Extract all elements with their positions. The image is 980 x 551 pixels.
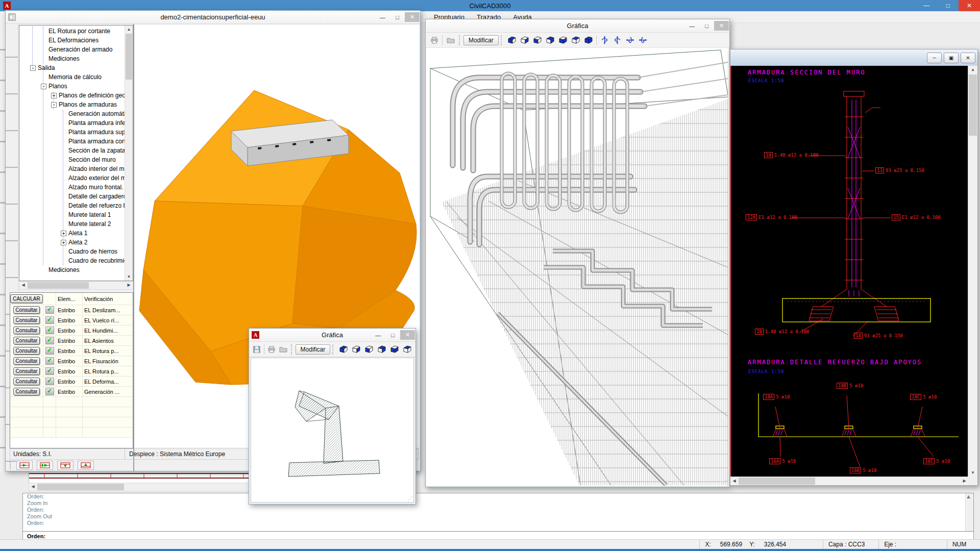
tree-item[interactable]: Alzado exterior del mur — [19, 173, 125, 183]
scroll-up-arrow[interactable]: ▲ — [125, 26, 133, 33]
scroll-up-arrow[interactable]: ▲ — [968, 66, 977, 74]
tree-item[interactable]: Cuadro de hierros — [19, 247, 125, 256]
open-icon[interactable] — [444, 35, 457, 46]
tree-item[interactable]: Cuadro de recubrimien — [19, 256, 125, 265]
tree-vscrollbar[interactable]: ▲ ▼ — [125, 26, 133, 281]
tree-toggle-icon[interactable] — [61, 231, 66, 236]
modify-button[interactable]: Modificar — [296, 344, 331, 355]
tree-item[interactable]: Murete lateral 1 — [19, 210, 125, 219]
view-cube-icon[interactable] — [388, 344, 401, 355]
scroll-left-arrow[interactable]: ◀ — [730, 477, 738, 485]
scroll-right-arrow[interactable]: ▶ — [125, 282, 133, 289]
tree-item[interactable]: Generación automática — [19, 109, 125, 118]
scroll-up-arrow[interactable]: ▲ — [966, 493, 973, 499]
view-cube-icon[interactable] — [518, 35, 531, 46]
tree-item[interactable]: Memoria de cálculo — [19, 72, 125, 82]
tree-item[interactable]: Aleta 2 — [19, 238, 125, 247]
tree-item[interactable]: Aleta 1 — [19, 229, 125, 238]
console-scrollbar[interactable]: ▲ — [965, 493, 973, 531]
tree-item[interactable]: Detalle del cargadero y — [19, 192, 125, 201]
view-cube-icon[interactable] — [582, 35, 595, 46]
tree-toggle-icon[interactable] — [51, 102, 57, 108]
view-cube-icon[interactable] — [505, 35, 518, 46]
tree-toggle-icon[interactable] — [41, 84, 46, 89]
tree-item[interactable]: Detalle del refuerzo baj — [19, 201, 125, 210]
view-cube-icon[interactable] — [569, 35, 582, 46]
view-cube-icon[interactable] — [375, 344, 388, 355]
rotate-view-icon[interactable] — [624, 35, 636, 46]
scroll-left-arrow[interactable]: ◀ — [19, 282, 27, 289]
consult-button[interactable]: Consultar — [13, 306, 40, 314]
print-icon[interactable] — [428, 35, 440, 46]
consult-button[interactable]: Consultar — [13, 378, 40, 385]
grafica-small-titlebar[interactable]: A Gráfica — □ ✕ — [249, 329, 415, 342]
tree-item[interactable]: Sección del muro — [19, 155, 125, 164]
modify-button[interactable]: Modificar — [463, 35, 499, 45]
tree-item[interactable]: Alzado muro frontal. A — [19, 183, 125, 192]
restore-button[interactable]: ▣ — [944, 53, 959, 63]
tree-item[interactable]: Planta armadura corta — [19, 137, 125, 146]
view-cube-icon[interactable] — [337, 344, 350, 355]
hscroll-thumb[interactable] — [28, 282, 89, 289]
hscroll-thumb[interactable] — [37, 484, 124, 490]
maximize-button[interactable]: □ — [385, 330, 400, 340]
tree-item[interactable]: Planta armadura inferi — [19, 118, 125, 128]
consult-button[interactable]: Consultar — [13, 367, 40, 375]
maximize-button[interactable]: □ — [699, 21, 714, 31]
view-cube-icon[interactable] — [401, 344, 413, 355]
tree-item[interactable]: EL Rotura por cortante — [19, 27, 125, 36]
vscroll-thumb[interactable] — [969, 74, 977, 136]
tree-hscrollbar[interactable]: ◀ ▶ — [19, 281, 133, 290]
close-button[interactable]: ✕ — [714, 21, 729, 31]
hscroll-thumb[interactable] — [739, 478, 815, 485]
resize-grip[interactable]: ⋰ — [407, 495, 413, 502]
consult-button[interactable]: Consultar — [13, 316, 40, 324]
tree-item[interactable]: Murete lateral 2 — [19, 219, 125, 229]
nav-next-button[interactable] — [37, 461, 53, 470]
nav-up-button[interactable] — [78, 461, 94, 470]
resize-grip[interactable]: ⋰ — [721, 479, 727, 485]
open-icon[interactable] — [278, 344, 289, 355]
consult-button[interactable]: Consultar — [13, 327, 40, 334]
nav-down-button[interactable] — [57, 461, 74, 470]
minimize-button[interactable]: — — [375, 12, 390, 22]
rebar-3d-viewport[interactable]: ⋰ — [426, 47, 728, 486]
nav-first-button[interactable] — [16, 461, 33, 470]
consult-button[interactable]: Consultar — [13, 347, 40, 355]
scroll-down-arrow[interactable]: ▼ — [968, 469, 977, 477]
tree-item[interactable]: Planos de definición geom — [19, 91, 125, 100]
scroll-left-arrow[interactable]: ◀ — [29, 483, 37, 491]
rotate-view-icon[interactable] — [611, 35, 624, 46]
tree-item[interactable]: Salida — [19, 63, 125, 72]
consult-button[interactable]: Consultar — [13, 357, 40, 365]
tree-toggle-icon[interactable] — [30, 65, 36, 71]
view-cube-icon[interactable] — [531, 35, 544, 46]
vscroll-thumb[interactable] — [126, 34, 132, 80]
minimize-button[interactable]: ─ — [927, 53, 942, 63]
cad-hscrollbar[interactable]: ◀ ▶ — [730, 477, 968, 485]
close-button[interactable]: ✕ — [959, 0, 980, 11]
minimize-button[interactable]: — — [371, 330, 385, 340]
cad-titlebar[interactable]: ─ ▣ ✕ — [730, 49, 977, 66]
maximize-button[interactable]: □ — [390, 12, 405, 22]
tree-item[interactable]: Alzado interior del mur — [19, 164, 125, 173]
minimize-button[interactable]: — — [916, 0, 937, 11]
print-icon[interactable] — [266, 344, 277, 355]
consult-button[interactable]: Consultar — [13, 337, 40, 344]
rotate-view-icon[interactable] — [636, 35, 649, 46]
close-button[interactable]: ✕ — [400, 330, 415, 340]
tree-item[interactable]: Mediciones — [19, 265, 125, 274]
view-cube-icon[interactable] — [362, 344, 375, 355]
grafica-titlebar[interactable]: Gráfica — □ ✕ — [426, 19, 729, 33]
view-cube-icon[interactable] — [350, 344, 362, 355]
view-cube-icon[interactable] — [556, 35, 569, 46]
cad-canvas[interactable]: ARMADURA SECCION DEL MURO ESCALA 1:50 AR… — [730, 66, 969, 477]
consult-button[interactable]: Consultar — [13, 388, 40, 395]
maximize-button[interactable]: □ — [937, 0, 959, 11]
cad-vscrollbar[interactable]: ▲ ▼ — [968, 66, 977, 477]
save-icon[interactable] — [251, 344, 262, 355]
calculate-button[interactable]: CALCULAR — [10, 294, 42, 303]
rotate-view-icon[interactable] — [598, 35, 611, 46]
tree-item[interactable]: Planos — [19, 82, 125, 91]
close-button[interactable]: ✕ — [961, 53, 975, 63]
